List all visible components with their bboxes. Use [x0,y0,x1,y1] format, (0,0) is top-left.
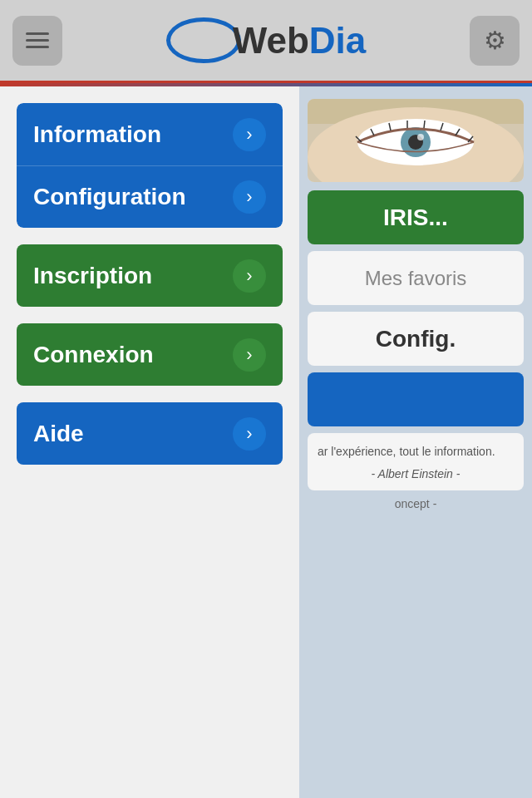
chevron-right-icon: › [233,118,266,151]
menu-item-aide-label: Aide [33,421,84,447]
chevron-right-icon: › [233,259,266,293]
menu-item-configuration[interactable]: Configuration › [17,165,283,228]
eye-image-card [308,99,524,182]
quote-text: ar l'expérience, tout le information. [318,443,514,461]
config-label: Config. [376,326,456,352]
app-header: WebDia ⚙ [0,0,532,83]
menu-item-inscription-label: Inscription [33,263,152,289]
menu-item-aide[interactable]: Aide › [17,402,283,465]
menu-item-connexion[interactable]: Connexion › [17,323,283,386]
menu-item-inscription[interactable]: Inscription › [17,244,283,307]
logo-text: WebDia [233,20,367,62]
app-logo: WebDia [166,17,367,63]
svg-point-6 [417,134,424,140]
eye-image [308,99,524,182]
logo-oval [166,17,241,63]
config-button[interactable]: Config. [308,312,524,366]
svg-line-11 [424,121,425,128]
chevron-right-icon: › [233,338,266,372]
gear-icon: ⚙ [484,26,506,55]
menu-item-connexion-label: Connexion [33,342,154,368]
settings-button[interactable]: ⚙ [470,16,520,66]
concept-text: oncept - [299,497,532,510]
logo-dia: Dia [309,20,366,61]
menu-item-information[interactable]: Information › [17,103,283,165]
hamburger-icon [26,32,49,48]
main-area: Information › Configuration › Inscriptio… [0,86,532,798]
iris-button-label: IRIS... [383,204,448,231]
logo-web: Web [233,20,309,61]
menu-item-information-label: Information [33,121,161,148]
menu-item-configuration-label: Configuration [33,184,186,210]
chevron-right-icon: › [233,417,266,451]
favoris-label: Mes favoris [365,267,467,290]
quote-card: ar l'expérience, tout le information. - … [308,433,524,490]
iris-button[interactable]: IRIS... [308,190,524,244]
quote-author: - Albert Einstein - [318,467,514,480]
side-menu: Information › Configuration › Inscriptio… [0,86,299,798]
favoris-button[interactable]: Mes favoris [308,251,524,305]
right-panel: IRIS... Mes favoris Config. ar l'expérie… [299,86,532,798]
chevron-right-icon: › [233,180,266,214]
blue-action-button[interactable] [308,372,524,426]
menu-button[interactable] [12,16,62,66]
menu-group-blue: Information › Configuration › [17,103,283,228]
